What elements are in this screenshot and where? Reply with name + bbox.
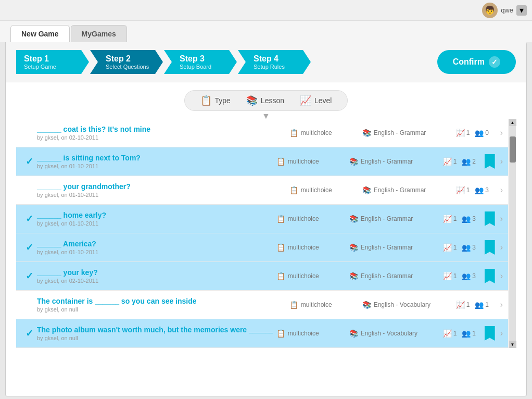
question-row[interactable]: ✓ ______ home early? by gksel, on 01-10-…: [16, 205, 508, 233]
filter-pill: 📋 Type 📚 Lesson 📈 Level ▼: [184, 90, 348, 111]
row-arrow: ›: [498, 185, 503, 195]
type-icon: 📋: [289, 301, 298, 309]
scrollbar-track: ▲ ▼: [509, 119, 516, 348]
row-arrow: ›: [498, 300, 503, 309]
question-row[interactable]: ______ your grandmother? by gksel, on 01…: [16, 176, 508, 205]
top-bar: 👦 qwe ▾: [0, 0, 532, 21]
bookmark-icon: [485, 211, 495, 226]
scrollbar-area: [509, 126, 516, 341]
check-col: ✓: [21, 156, 37, 167]
confirm-button[interactable]: Confirm ✓: [437, 50, 516, 74]
users-icon: 👥: [475, 186, 484, 194]
tab-new-game[interactable]: New Game: [10, 25, 70, 42]
level-filter-icon: 📈: [300, 95, 311, 106]
step-4[interactable]: Step 4 Setup Rules: [238, 50, 311, 74]
subject-icon: 📚: [349, 329, 358, 338]
subject-icon: 📚: [362, 129, 371, 137]
step-3[interactable]: Step 3 Setup Board: [164, 50, 237, 74]
users-icon: 👥: [462, 243, 471, 252]
row-arrow: ›: [498, 243, 503, 252]
type-icon: 📋: [276, 215, 285, 223]
user-area: 👦 qwe ▾: [482, 3, 527, 18]
subject-icon: 📚: [349, 215, 358, 223]
score-icon: 📈: [443, 272, 452, 280]
subject-icon: 📚: [349, 157, 358, 166]
bookmark-icon: [485, 269, 495, 283]
users-icon: 👥: [462, 215, 471, 223]
type-icon: 📋: [276, 157, 285, 166]
check-col: ✓: [21, 328, 37, 339]
row-arrow: ›: [498, 271, 503, 281]
scrollbar-thumb[interactable]: [510, 136, 516, 163]
bookmark-icon: [485, 154, 495, 169]
steps-bar: Step 1 Setup Game Step 2 Select Question…: [6, 42, 526, 82]
confirm-check-icon: ✓: [489, 56, 500, 68]
score-icon: 📈: [456, 301, 465, 309]
question-row[interactable]: ______ coat is this? It's not mine by gk…: [16, 119, 508, 147]
score-icon: 📈: [443, 243, 452, 252]
score-icon: 📈: [443, 157, 452, 166]
type-icon: 📋: [289, 186, 298, 194]
filter-type[interactable]: 📋 Type: [200, 95, 231, 106]
users-icon: 👥: [475, 129, 484, 137]
question-row[interactable]: ✓ The photo album wasn't worth much, but…: [16, 319, 508, 348]
type-icon: 📋: [276, 329, 285, 338]
score-icon: 📈: [456, 129, 465, 137]
subject-icon: 📚: [349, 243, 358, 252]
check-col: ✓: [21, 270, 37, 282]
step-1[interactable]: Step 1 Setup Game: [16, 50, 89, 74]
row-arrow: ›: [498, 128, 503, 138]
row-arrow: ›: [498, 329, 503, 338]
tabs-bar: New Game MyGames: [0, 21, 532, 42]
question-row[interactable]: ✓ ______ is sitting next to Tom? by gkse…: [16, 147, 508, 176]
users-icon: 👥: [462, 272, 471, 280]
score-icon: 📈: [456, 186, 465, 194]
users-icon: 👥: [462, 157, 471, 166]
filter-lesson[interactable]: 📚 Lesson: [246, 95, 284, 106]
subject-icon: 📚: [349, 272, 358, 280]
username-label: qwe: [501, 6, 513, 14]
subject-icon: 📚: [362, 301, 371, 309]
check-col: ✓: [21, 242, 37, 253]
row-arrow: ›: [498, 157, 503, 166]
scroll-up-button[interactable]: ▲: [509, 119, 516, 126]
type-icon: 📋: [289, 129, 298, 137]
main-content: Step 1 Setup Game Step 2 Select Question…: [5, 42, 527, 396]
questions-wrapper: ______ coat is this? It's not mine by gk…: [16, 119, 516, 348]
users-icon: 👥: [462, 329, 471, 338]
type-icon: 📋: [276, 243, 285, 252]
subject-icon: 📚: [362, 186, 371, 194]
score-icon: 📈: [443, 215, 452, 223]
filter-bar: 📋 Type 📚 Lesson 📈 Level ▼: [6, 82, 526, 119]
score-icon: 📈: [443, 329, 452, 338]
questions-list: ______ coat is this? It's not mine by gk…: [16, 119, 516, 348]
question-row[interactable]: ✓ ______ America? by gksel, on 01-10-201…: [16, 233, 508, 262]
bookmark-icon: [485, 326, 495, 341]
type-icon: 📋: [276, 272, 285, 280]
filter-level[interactable]: 📈 Level: [300, 95, 332, 106]
user-dropdown-button[interactable]: ▾: [516, 5, 527, 16]
type-filter-icon: 📋: [200, 95, 212, 106]
scroll-down-button[interactable]: ▼: [509, 341, 516, 348]
avatar: 👦: [482, 3, 498, 18]
check-col: ✓: [21, 213, 37, 225]
steps-container: Step 1 Setup Game Step 2 Select Question…: [16, 50, 311, 74]
tab-my-games[interactable]: MyGames: [71, 25, 127, 42]
bookmark-icon: [485, 240, 495, 255]
row-arrow: ›: [498, 214, 503, 223]
lesson-filter-icon: 📚: [246, 95, 258, 106]
question-row[interactable]: The container is ______ so you can see i…: [16, 291, 508, 319]
users-icon: 👥: [475, 301, 484, 309]
question-row[interactable]: ✓ ______ your key? by gksel, on 02-10-20…: [16, 262, 508, 291]
step-2[interactable]: Step 2 Select Questions: [90, 50, 163, 74]
